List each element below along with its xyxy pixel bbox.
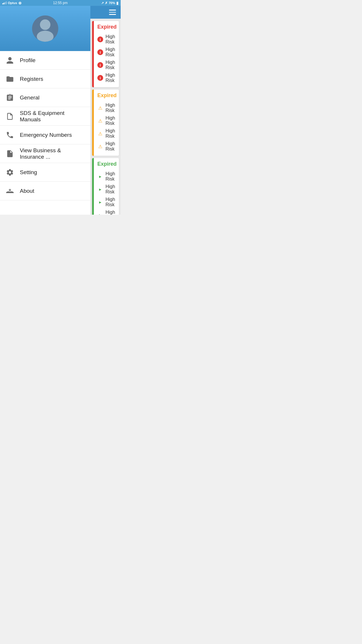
business-doc-icon xyxy=(5,148,15,159)
sidebar-item-registers[interactable]: Registers xyxy=(0,70,90,88)
folder-icon xyxy=(5,74,15,84)
red-card-body: Expired i High Risk i High Risk i High R… xyxy=(94,21,119,87)
warning-triangle-icon: ⚠ xyxy=(97,105,103,111)
profile-label: Profile xyxy=(20,57,36,64)
risk-label: High Risk xyxy=(106,210,117,215)
play-arrow-icon: ► xyxy=(97,199,103,205)
general-svg xyxy=(6,94,14,102)
risk-label: High Risk xyxy=(106,60,117,70)
status-left: Optus ⊜ xyxy=(2,1,22,5)
business-svg xyxy=(6,150,14,158)
green-card-title: Expired xyxy=(97,161,117,167)
info-circle-icon: i xyxy=(97,75,103,81)
warning-triangle-icon: ⚠ xyxy=(97,131,103,136)
hamburger-menu[interactable] xyxy=(109,10,116,15)
menu-list: Profile Registers General xyxy=(0,51,90,215)
list-item[interactable]: ► High Risk xyxy=(97,196,117,209)
avatar xyxy=(32,15,58,42)
sidebar-item-sds[interactable]: SDS & Equipment Manuals xyxy=(0,107,90,126)
list-item[interactable]: ⚠ High Risk xyxy=(97,140,117,153)
sds-label: SDS & Equipment Manuals xyxy=(20,110,86,123)
list-item[interactable]: ► High Risk xyxy=(97,170,117,183)
sds-svg xyxy=(6,112,14,120)
expired-red-card[interactable]: Expired i High Risk i High Risk i High R… xyxy=(92,21,119,87)
sidebar-item-profile[interactable]: Profile xyxy=(0,51,90,70)
document-icon xyxy=(5,111,15,122)
orange-card-title: Expired xyxy=(97,92,117,99)
list-item[interactable]: ⚠ High Risk xyxy=(97,102,117,114)
sidebar-item-about[interactable]: About xyxy=(0,182,90,200)
general-label: General xyxy=(20,94,40,101)
sidebar: Profile Registers General xyxy=(0,6,90,215)
location-icon: ↗ xyxy=(101,1,104,5)
emergency-svg xyxy=(6,131,14,139)
emergency-label: Emergency Numbers xyxy=(20,132,72,138)
battery-icon: ▮ xyxy=(116,1,118,5)
risk-label: High Risk xyxy=(106,141,117,152)
warning-triangle-icon: ⚠ xyxy=(97,144,103,149)
play-arrow-icon: ► xyxy=(97,186,103,192)
sidebar-item-general[interactable]: General xyxy=(0,88,90,107)
status-bar: Optus ⊜ 12:55 pm ↗ ✗ 70% ▮ xyxy=(0,0,121,6)
sidebar-item-business[interactable]: View Business & Insurance ... xyxy=(0,144,90,163)
status-right: ↗ ✗ 70% ▮ xyxy=(101,1,118,5)
carrier-label: Optus xyxy=(8,1,17,5)
wifi-icon: ⊜ xyxy=(18,1,22,5)
red-card-title: Expired xyxy=(97,24,117,30)
content-panel[interactable]: Expired i High Risk i High Risk i High R… xyxy=(90,6,121,215)
expired-orange-card[interactable]: Expired ⚠ High Risk ⚠ High Risk ⚠ High R… xyxy=(92,90,119,156)
signal-bars xyxy=(2,1,7,4)
sidebar-item-emergency[interactable]: Emergency Numbers xyxy=(0,126,90,144)
play-arrow-icon: ► xyxy=(97,174,103,179)
avatar-icon xyxy=(32,15,58,42)
risk-label: High Risk xyxy=(106,197,117,207)
info-circle-icon: i xyxy=(97,62,103,68)
person-icon xyxy=(5,55,15,66)
about-svg xyxy=(6,187,14,195)
play-arrow-icon: ► xyxy=(97,212,103,215)
profile-svg xyxy=(6,56,14,64)
battery-percent: 70% xyxy=(109,1,115,5)
content-header xyxy=(90,6,121,19)
clipboard-icon xyxy=(5,92,15,103)
risk-label: High Risk xyxy=(106,184,117,195)
list-item[interactable]: ⚠ High Risk xyxy=(97,127,117,140)
about-icon xyxy=(5,186,15,196)
setting-label: Setting xyxy=(20,169,37,176)
sidebar-header xyxy=(0,6,90,51)
risk-label: High Risk xyxy=(106,116,117,126)
list-item[interactable]: i High Risk xyxy=(97,46,117,59)
registers-svg xyxy=(6,75,14,83)
expired-green-card[interactable]: Expired ► High Risk ► High Risk ► High R… xyxy=(92,158,119,215)
time-display: 12:55 pm xyxy=(53,1,68,5)
orange-card-body: Expired ⚠ High Risk ⚠ High Risk ⚠ High R… xyxy=(94,90,119,156)
business-label: View Business & Insurance ... xyxy=(20,147,86,160)
warning-triangle-icon: ⚠ xyxy=(97,118,103,124)
phone-icon xyxy=(5,130,15,140)
svg-point-1 xyxy=(37,31,54,42)
list-item[interactable]: i High Risk xyxy=(97,59,117,71)
svg-point-0 xyxy=(40,19,50,30)
risk-label: High Risk xyxy=(106,47,117,57)
bluetooth-icon: ✗ xyxy=(105,1,108,5)
green-card-body: Expired ► High Risk ► High Risk ► High R… xyxy=(94,158,119,215)
app-container: Profile Registers General xyxy=(0,6,121,215)
info-circle-icon: i xyxy=(97,49,103,55)
risk-label: High Risk xyxy=(106,73,117,83)
list-item[interactable]: i High Risk xyxy=(97,33,117,46)
list-item[interactable]: ► High Risk xyxy=(97,209,117,215)
registers-label: Registers xyxy=(20,76,43,82)
risk-label: High Risk xyxy=(106,128,117,139)
risk-label: High Risk xyxy=(106,34,117,45)
risk-label: High Risk xyxy=(106,171,117,182)
setting-svg xyxy=(6,168,14,176)
info-circle-icon: i xyxy=(97,36,103,42)
list-item[interactable]: i High Risk xyxy=(97,71,117,84)
about-label: About xyxy=(20,188,34,194)
gear-icon xyxy=(5,167,15,178)
list-item[interactable]: ► High Risk xyxy=(97,183,117,196)
sidebar-item-setting[interactable]: Setting xyxy=(0,163,90,182)
risk-label: High Risk xyxy=(106,103,117,113)
list-item[interactable]: ⚠ High Risk xyxy=(97,114,117,127)
